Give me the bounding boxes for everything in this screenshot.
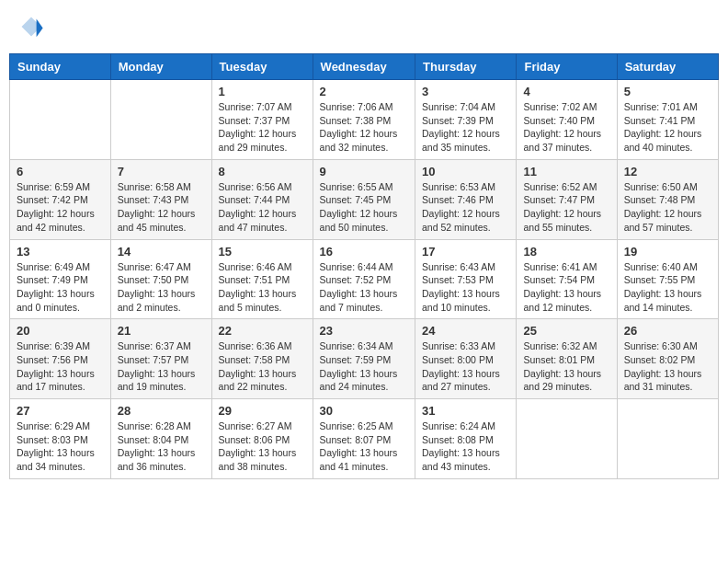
week-row-3: 13Sunrise: 6:49 AM Sunset: 7:49 PM Dayli…: [10, 239, 719, 319]
day-number: 29: [219, 404, 306, 418]
day-number: 15: [219, 245, 306, 259]
week-row-1: 1Sunrise: 7:07 AM Sunset: 7:37 PM Daylig…: [10, 80, 719, 160]
calendar-cell: [617, 399, 718, 479]
logo: [18, 14, 48, 40]
calendar-cell: 30Sunrise: 6:25 AM Sunset: 8:07 PM Dayli…: [313, 399, 415, 479]
day-info: Sunrise: 6:27 AM Sunset: 8:06 PM Dayligh…: [219, 419, 306, 474]
day-number: 28: [118, 404, 205, 418]
calendar-cell: 27Sunrise: 6:29 AM Sunset: 8:03 PM Dayli…: [10, 399, 111, 479]
day-info: Sunrise: 6:41 AM Sunset: 7:54 PM Dayligh…: [523, 260, 609, 315]
page-header: [9, 9, 719, 44]
week-row-2: 6Sunrise: 6:59 AM Sunset: 7:42 PM Daylig…: [10, 159, 719, 239]
calendar-cell: 24Sunrise: 6:33 AM Sunset: 8:00 PM Dayli…: [415, 319, 517, 399]
logo-icon: [18, 14, 44, 40]
calendar-cell: 7Sunrise: 6:58 AM Sunset: 7:43 PM Daylig…: [110, 159, 211, 239]
day-number: 25: [523, 324, 609, 338]
calendar-cell: 28Sunrise: 6:28 AM Sunset: 8:04 PM Dayli…: [110, 399, 211, 479]
day-number: 11: [523, 165, 609, 178]
calendar-cell: 17Sunrise: 6:43 AM Sunset: 7:53 PM Dayli…: [415, 239, 517, 319]
calendar-cell: 16Sunrise: 6:44 AM Sunset: 7:52 PM Dayli…: [313, 239, 415, 319]
day-number: 7: [118, 165, 205, 178]
day-info: Sunrise: 6:32 AM Sunset: 8:01 PM Dayligh…: [523, 339, 609, 394]
day-info: Sunrise: 6:46 AM Sunset: 7:51 PM Dayligh…: [219, 260, 306, 315]
calendar-cell: 11Sunrise: 6:52 AM Sunset: 7:47 PM Dayli…: [517, 159, 617, 239]
weekday-header-thursday: Thursday: [415, 54, 517, 80]
day-number: 19: [624, 245, 711, 259]
day-info: Sunrise: 6:36 AM Sunset: 7:58 PM Dayligh…: [219, 339, 306, 394]
day-number: 20: [17, 324, 104, 338]
day-number: 1: [219, 85, 306, 98]
day-number: 31: [422, 404, 509, 418]
calendar-cell: 20Sunrise: 6:39 AM Sunset: 7:56 PM Dayli…: [10, 319, 111, 399]
day-number: 12: [624, 165, 711, 178]
day-info: Sunrise: 7:01 AM Sunset: 7:41 PM Dayligh…: [624, 100, 711, 155]
day-info: Sunrise: 6:56 AM Sunset: 7:44 PM Dayligh…: [219, 180, 306, 235]
calendar-cell: 13Sunrise: 6:49 AM Sunset: 7:49 PM Dayli…: [10, 239, 111, 319]
calendar-cell: 18Sunrise: 6:41 AM Sunset: 7:54 PM Dayli…: [517, 239, 617, 319]
calendar-cell: [517, 399, 617, 479]
weekday-header-wednesday: Wednesday: [313, 54, 415, 80]
day-info: Sunrise: 7:02 AM Sunset: 7:40 PM Dayligh…: [523, 100, 609, 155]
day-number: 6: [17, 165, 104, 178]
calendar-cell: 19Sunrise: 6:40 AM Sunset: 7:55 PM Dayli…: [617, 239, 718, 319]
day-info: Sunrise: 6:39 AM Sunset: 7:56 PM Dayligh…: [17, 339, 104, 394]
day-number: 22: [219, 324, 306, 338]
day-info: Sunrise: 6:24 AM Sunset: 8:08 PM Dayligh…: [422, 419, 509, 474]
weekday-header-tuesday: Tuesday: [211, 54, 313, 80]
day-info: Sunrise: 6:59 AM Sunset: 7:42 PM Dayligh…: [17, 180, 104, 235]
calendar-cell: [10, 80, 111, 160]
day-info: Sunrise: 6:55 AM Sunset: 7:45 PM Dayligh…: [320, 180, 408, 235]
day-info: Sunrise: 6:53 AM Sunset: 7:46 PM Dayligh…: [422, 180, 509, 235]
calendar-cell: 29Sunrise: 6:27 AM Sunset: 8:06 PM Dayli…: [211, 399, 313, 479]
day-number: 24: [422, 324, 509, 338]
calendar-cell: 2Sunrise: 7:06 AM Sunset: 7:38 PM Daylig…: [313, 80, 415, 160]
week-row-5: 27Sunrise: 6:29 AM Sunset: 8:03 PM Dayli…: [10, 399, 719, 479]
day-info: Sunrise: 6:29 AM Sunset: 8:03 PM Dayligh…: [17, 419, 104, 474]
day-number: 30: [320, 404, 408, 418]
day-number: 13: [17, 245, 104, 259]
calendar-cell: 22Sunrise: 6:36 AM Sunset: 7:58 PM Dayli…: [211, 319, 313, 399]
day-info: Sunrise: 6:30 AM Sunset: 8:02 PM Dayligh…: [624, 339, 711, 394]
day-info: Sunrise: 6:58 AM Sunset: 7:43 PM Dayligh…: [118, 180, 205, 235]
calendar-cell: 5Sunrise: 7:01 AM Sunset: 7:41 PM Daylig…: [617, 80, 718, 160]
calendar-cell: 10Sunrise: 6:53 AM Sunset: 7:46 PM Dayli…: [415, 159, 517, 239]
day-info: Sunrise: 6:34 AM Sunset: 7:59 PM Dayligh…: [320, 339, 408, 394]
day-number: 2: [320, 85, 408, 98]
calendar-cell: 1Sunrise: 7:07 AM Sunset: 7:37 PM Daylig…: [211, 80, 313, 160]
day-number: 3: [422, 85, 509, 98]
calendar-cell: [110, 80, 211, 160]
day-info: Sunrise: 7:06 AM Sunset: 7:38 PM Dayligh…: [320, 100, 408, 155]
day-info: Sunrise: 6:52 AM Sunset: 7:47 PM Dayligh…: [523, 180, 609, 235]
day-number: 18: [523, 245, 609, 259]
weekday-header-saturday: Saturday: [617, 54, 718, 80]
day-number: 17: [422, 245, 509, 259]
calendar-cell: 21Sunrise: 6:37 AM Sunset: 7:57 PM Dayli…: [110, 319, 211, 399]
calendar-cell: 26Sunrise: 6:30 AM Sunset: 8:02 PM Dayli…: [617, 319, 718, 399]
day-number: 8: [219, 165, 306, 178]
weekday-header-row: SundayMondayTuesdayWednesdayThursdayFrid…: [10, 54, 719, 80]
calendar-cell: 31Sunrise: 6:24 AM Sunset: 8:08 PM Dayli…: [415, 399, 517, 479]
weekday-header-friday: Friday: [517, 54, 617, 80]
day-number: 9: [320, 165, 408, 178]
calendar-cell: 8Sunrise: 6:56 AM Sunset: 7:44 PM Daylig…: [211, 159, 313, 239]
calendar-cell: 9Sunrise: 6:55 AM Sunset: 7:45 PM Daylig…: [313, 159, 415, 239]
day-number: 14: [118, 245, 205, 259]
day-number: 27: [17, 404, 104, 418]
day-number: 4: [523, 85, 609, 98]
calendar-cell: 25Sunrise: 6:32 AM Sunset: 8:01 PM Dayli…: [517, 319, 617, 399]
day-number: 23: [320, 324, 408, 338]
day-info: Sunrise: 6:43 AM Sunset: 7:53 PM Dayligh…: [422, 260, 509, 315]
day-number: 16: [320, 245, 408, 259]
calendar-cell: 14Sunrise: 6:47 AM Sunset: 7:50 PM Dayli…: [110, 239, 211, 319]
weekday-header-sunday: Sunday: [10, 54, 111, 80]
day-info: Sunrise: 6:37 AM Sunset: 7:57 PM Dayligh…: [118, 339, 205, 394]
calendar-cell: 23Sunrise: 6:34 AM Sunset: 7:59 PM Dayli…: [313, 319, 415, 399]
day-info: Sunrise: 6:49 AM Sunset: 7:49 PM Dayligh…: [17, 260, 104, 315]
day-info: Sunrise: 6:47 AM Sunset: 7:50 PM Dayligh…: [118, 260, 205, 315]
calendar-cell: 6Sunrise: 6:59 AM Sunset: 7:42 PM Daylig…: [10, 159, 111, 239]
day-number: 26: [624, 324, 711, 338]
day-info: Sunrise: 6:50 AM Sunset: 7:48 PM Dayligh…: [624, 180, 711, 235]
calendar-cell: 15Sunrise: 6:46 AM Sunset: 7:51 PM Dayli…: [211, 239, 313, 319]
day-info: Sunrise: 6:25 AM Sunset: 8:07 PM Dayligh…: [320, 419, 408, 474]
day-number: 5: [624, 85, 711, 98]
